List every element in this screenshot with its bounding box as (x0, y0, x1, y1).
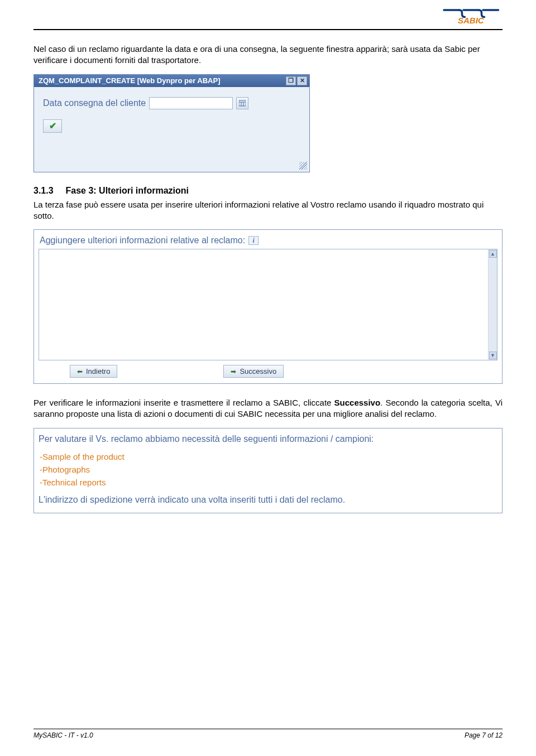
section-number: 3.1.3 (34, 186, 54, 195)
arrow-left-icon: ⬅ (77, 368, 83, 375)
popup-title: ZQM_COMPLAINT_CREATE [Web Dynpro per ABA… (39, 76, 221, 85)
notice-heading: Per valutare il Vs. reclamo abbiamo nece… (39, 434, 497, 444)
additional-info-textarea[interactable]: ▲ ▼ (39, 249, 497, 360)
back-button[interactable]: ⬅ Indietro (70, 365, 117, 378)
info-icon[interactable]: i (248, 236, 259, 245)
resize-handle[interactable] (299, 162, 307, 170)
verify-paragraph: Per verificare le informazioni inserite … (34, 397, 502, 420)
sabic-logo: SABIC (441, 4, 502, 27)
footer-left: MySABIC - IT - v1.0 (34, 731, 93, 739)
delivery-date-popup: ZQM_COMPLAINT_CREATE [Web Dynpro per ABA… (34, 74, 310, 172)
notice-item: -Sample of the product (40, 452, 497, 461)
notice-item: -Photographs (40, 465, 497, 474)
additional-info-panel: Aggiungere ulteriori informazioni relati… (34, 229, 502, 384)
calendar-icon (239, 100, 246, 107)
arrow-right-icon: ➡ (231, 368, 236, 375)
popup-max-button[interactable]: ❐ (286, 76, 296, 85)
confirm-button[interactable]: ✔ (43, 119, 62, 133)
next-button[interactable]: ➡ Successivo (223, 365, 284, 378)
page-footer: MySABIC - IT - v1.0 Page 7 of 12 (34, 729, 502, 739)
intro-paragraph: Nel caso di un reclamo riguardante la da… (34, 44, 502, 66)
delivery-date-input[interactable] (149, 97, 233, 109)
notice-item: -Technical reports (40, 478, 497, 487)
svg-rect-1 (239, 100, 246, 106)
section-heading: 3.1.3 Fase 3: Ulteriori informazioni (34, 186, 502, 196)
back-label: Indietro (86, 367, 110, 375)
popup-titlebar: ZQM_COMPLAINT_CREATE [Web Dynpro per ABA… (34, 75, 309, 87)
section-title: Fase 3: Ulteriori informazioni (65, 186, 188, 195)
svg-text:SABIC: SABIC (458, 16, 485, 25)
next-label: Successivo (240, 367, 276, 375)
section-body: La terza fase può essere usata per inser… (34, 199, 502, 222)
page-header: SABIC (34, 0, 502, 29)
delivery-date-label: Data consegna del cliente (43, 98, 146, 108)
date-picker-button[interactable] (236, 97, 248, 109)
notice-footer: L'indirizzo di spedizione verrà indicato… (39, 495, 497, 505)
panel-label: Aggiungere ulteriori informazioni relati… (40, 235, 245, 245)
header-divider (34, 29, 502, 30)
check-icon: ✔ (49, 121, 56, 131)
popup-close-button[interactable]: ✕ (297, 76, 307, 85)
scroll-down-arrow[interactable]: ▼ (489, 351, 497, 359)
footer-right: Page 7 of 12 (465, 731, 502, 739)
scroll-up-arrow[interactable]: ▲ (489, 250, 497, 258)
vertical-scrollbar[interactable]: ▲ ▼ (488, 249, 497, 360)
notice-panel: Per valutare il Vs. reclamo abbiamo nece… (34, 428, 502, 513)
